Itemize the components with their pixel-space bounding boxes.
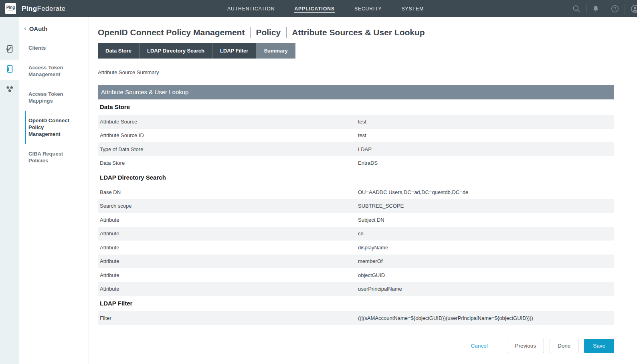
sidebar-item-label: OpenID Connect Policy Management [28, 117, 69, 137]
rail-item-clients[interactable] [0, 40, 19, 60]
breadcrumb-separator [286, 27, 287, 38]
clients-check-icon [5, 44, 14, 55]
row-label: Attribute [100, 286, 358, 292]
cancel-link[interactable]: Cancel [471, 343, 487, 349]
section-heading-ldap-directory-search: LDAP Directory Search [98, 170, 614, 185]
row-value: displayName [358, 245, 614, 251]
breadcrumb-part-1: OpenID Connect Policy Management [98, 28, 245, 37]
tab-summary[interactable]: Summary [256, 43, 295, 59]
top-icons: ? [567, 0, 637, 17]
breadcrumb: OpenID Connect Policy Management Policy … [98, 27, 614, 38]
chevron-left-icon: ‹ [24, 24, 26, 32]
tab-ldap-directory-search[interactable]: LDAP Directory Search [140, 43, 212, 59]
row-value: userPrincipalName [358, 286, 614, 292]
top-bar: Ping Identity PingFederate AUTHENTICATIO… [0, 0, 637, 17]
sidebar-item-access-token-mappings[interactable]: Access Token Mappings [25, 84, 75, 111]
table-row: Filter ((|(sAMAccountName=${objectGUID})… [98, 311, 614, 325]
tab-ldap-filter[interactable]: LDAP Filter [212, 43, 257, 59]
sidebar-list: ClientsAccess Token ManagementAccess Tok… [19, 38, 89, 170]
row-label: Attribute [100, 217, 358, 223]
top-nav-label: APPLICATIONS [294, 6, 334, 12]
table-row: Attribute userPrincipalName [98, 282, 614, 296]
table-row: Base DN OU=AADDC Users,DC=ad,DC=questdb,… [98, 185, 614, 199]
table-row: Data Store EntraDS [98, 156, 614, 170]
ping-logo-subtext: Identity [8, 10, 13, 12]
row-value: SUBTREE_SCOPE [358, 203, 614, 209]
rail-item-policies[interactable] [0, 80, 19, 100]
product-name-light: Federate [37, 5, 65, 12]
top-nav: AUTHENTICATIONAPPLICATIONSSECURITYSYSTEM [227, 0, 443, 17]
table-header: Attribute Sources & User Lookup [98, 85, 614, 99]
row-label: Type of Data Store [100, 146, 358, 152]
wizard-tabs: Data StoreLDAP Directory SearchLDAP Filt… [98, 43, 614, 59]
row-value: EntraDS [358, 160, 614, 166]
product-name-bold: Ping [22, 5, 37, 12]
ping-logo-text: Ping [6, 6, 15, 10]
sidebar-back-oauth[interactable]: ‹ OAuth [28, 24, 89, 32]
top-nav-label: AUTHENTICATION [227, 6, 275, 12]
sidebar-item-openid-connect-policy-management[interactable]: OpenID Connect Policy Management [25, 111, 75, 144]
table-row: Search scope SUBTREE_SCOPE [98, 199, 614, 213]
row-value: test [358, 132, 614, 138]
help-icon[interactable]: ? [605, 4, 625, 13]
row-value: cn [358, 231, 614, 237]
top-nav-applications[interactable]: APPLICATIONS [294, 4, 334, 13]
product-name: PingFederate [22, 5, 66, 13]
footer-actions: Cancel Previous Done Save [98, 339, 614, 353]
ping-logo: Ping Identity [5, 3, 16, 14]
account-icon[interactable] [625, 4, 637, 14]
row-value: objectGUID [358, 272, 614, 278]
tab-label: Data Store [105, 48, 131, 54]
top-nav-authentication[interactable]: AUTHENTICATION [227, 4, 275, 13]
row-label: Data Store [100, 160, 358, 166]
top-nav-label: SECURITY [354, 6, 382, 12]
section-heading-ldap-filter: LDAP Filter [98, 296, 614, 311]
row-label: Attribute Source [100, 119, 358, 125]
tab-label: LDAP Filter [220, 48, 249, 54]
svg-text:?: ? [614, 6, 616, 11]
row-value: Subject DN [358, 217, 614, 223]
sidebar-item-label: Access Token Mappings [28, 91, 63, 104]
sidebar-item-ciba-request-policies[interactable]: CIBA Request Policies [25, 144, 75, 170]
row-value: memberOf [358, 258, 614, 264]
table-row: Attribute objectGUID [98, 268, 614, 282]
table-row: Attribute displayName [98, 241, 614, 255]
row-label: Search scope [100, 203, 358, 209]
summary-table: Attribute Sources & User Lookup Data Sto… [98, 85, 614, 325]
sidebar-item-label: CIBA Request Policies [28, 151, 63, 164]
summary-label: Attribute Source Summary [98, 69, 614, 75]
sidebar: ‹ OAuth ClientsAccess Token ManagementAc… [19, 17, 89, 364]
rail-item-access-token[interactable] [0, 60, 19, 80]
top-nav-label: SYSTEM [402, 6, 424, 12]
row-label: Attribute [100, 231, 358, 237]
notifications-icon[interactable] [586, 5, 605, 13]
row-label: Attribute [100, 245, 358, 251]
table-row: Attribute cn [98, 227, 614, 241]
search-icon[interactable] [567, 4, 586, 13]
row-label: Filter [100, 315, 358, 321]
row-label: Base DN [100, 189, 358, 195]
main-content: OpenID Connect Policy Management Policy … [89, 17, 637, 364]
row-value: ((|(sAMAccountName=${objectGUID})(userPr… [358, 315, 614, 321]
done-button[interactable]: Done [550, 339, 578, 353]
table-row: Type of Data Store LDAP [98, 142, 614, 156]
tab-label: Summary [264, 48, 287, 54]
save-button[interactable]: Save [584, 339, 614, 353]
tab-data-store[interactable]: Data Store [98, 43, 140, 59]
breadcrumb-separator [250, 27, 251, 38]
table-row: Attribute Source test [98, 115, 614, 129]
sidebar-section-title: OAuth [29, 25, 48, 32]
breadcrumb-part-3: Attribute Sources & User Lookup [292, 28, 425, 37]
top-nav-security[interactable]: SECURITY [354, 4, 382, 13]
previous-button[interactable]: Previous [507, 339, 544, 353]
top-nav-system[interactable]: SYSTEM [402, 4, 424, 13]
row-value: LDAP [358, 146, 614, 152]
sidebar-item-access-token-management[interactable]: Access Token Management [25, 58, 75, 84]
sidebar-item-clients[interactable]: Clients [25, 38, 75, 58]
policy-cluster-icon [5, 85, 14, 95]
row-label: Attribute [100, 272, 358, 278]
table-row: Attribute Subject DN [98, 213, 614, 227]
section-heading-data-store: Data Store [98, 99, 614, 115]
tab-label: LDAP Directory Search [147, 48, 204, 54]
table-row: Attribute memberOf [98, 255, 614, 269]
